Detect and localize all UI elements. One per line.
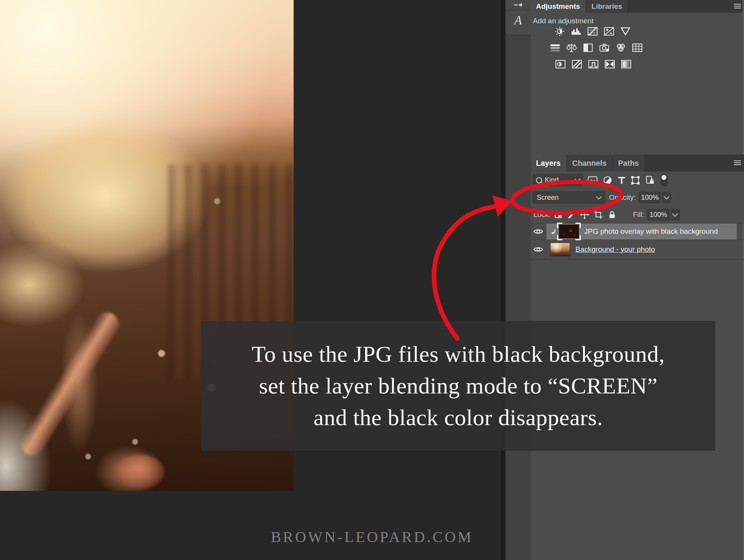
smart-object-filter-icon[interactable]	[645, 176, 655, 185]
layer-thumbnail[interactable]	[550, 243, 570, 256]
selective-color-icon[interactable]	[621, 59, 632, 69]
caption-line-3: and the black color disappears.	[201, 402, 715, 434]
eye-icon	[533, 228, 543, 235]
layer-name[interactable]: JPG photo overlay with black background	[584, 227, 718, 236]
search-icon	[536, 177, 542, 183]
brightness-contrast-icon[interactable]	[554, 26, 565, 36]
tab-paths[interactable]: Paths	[613, 155, 644, 172]
adjustment-icons-row-3	[555, 59, 632, 69]
toggle-knob	[661, 175, 666, 180]
photo-filter-icon[interactable]	[599, 43, 610, 53]
screenshot-stage: A Adjustments Libraries Add an adjustmen…	[0, 0, 744, 560]
chevron-down-icon	[672, 210, 678, 217]
opacity-label: Opacity:	[609, 193, 636, 202]
add-adjustment-heading: Add an adjustment	[533, 17, 593, 25]
layers-tabbar: Layers Channels Paths	[531, 155, 744, 172]
filter-toggle-switch[interactable]	[661, 174, 668, 186]
selection-corner	[575, 223, 581, 228]
layer-row-background[interactable]: Background - your photo	[531, 240, 744, 260]
adjustment-layer-filter-icon[interactable]	[603, 176, 612, 185]
panel-grip-dots	[512, 12, 525, 13]
layer-row-jpg-overlay[interactable]: JPG photo overlay with black background	[531, 223, 744, 240]
lock-all-icon[interactable]	[608, 210, 616, 219]
chevron-down-icon	[596, 193, 602, 199]
curves-icon[interactable]	[587, 26, 598, 36]
caption-line-1: To use the JPG files with black backgrou…	[201, 338, 715, 370]
fill-dropdown-button[interactable]	[671, 209, 680, 220]
gradient-map-icon[interactable]	[604, 59, 615, 69]
chevron-down-icon	[575, 176, 581, 182]
tab-layers[interactable]: Layers	[531, 155, 566, 172]
collapsed-character-panel-button[interactable]: A	[505, 10, 531, 35]
tab-adjustments[interactable]: Adjustments	[531, 0, 585, 13]
opacity-value: 100%	[641, 194, 659, 202]
layers-filter-row: Kind	[531, 172, 744, 189]
lock-row: Lock: Fill: 100%	[531, 206, 744, 223]
layer-filter-kind-dropdown[interactable]: Kind	[533, 174, 583, 186]
shape-layer-filter-icon[interactable]	[631, 176, 640, 185]
opacity-value-field[interactable]: 100%	[639, 192, 661, 203]
caption-line-2: set the layer blending mode to “SCREEN”	[201, 370, 715, 402]
fill-value: 100%	[650, 211, 667, 219]
fill-label: Fill:	[633, 210, 644, 219]
color-balance-icon[interactable]	[566, 43, 577, 53]
invert-icon[interactable]	[555, 59, 566, 69]
photo-arm	[16, 308, 123, 460]
lock-image-pixels-icon[interactable]	[567, 210, 575, 219]
photo-hand	[115, 455, 164, 489]
tab-channels[interactable]: Channels	[567, 155, 612, 172]
exposure-icon[interactable]	[604, 26, 614, 36]
panel-dock: Adjustments Libraries	[531, 0, 744, 560]
lock-artboard-icon[interactable]	[594, 210, 603, 219]
vibrance-icon[interactable]	[620, 26, 631, 36]
workspace-divider	[501, 0, 505, 560]
blend-mode-dropdown[interactable]: Screen	[533, 191, 605, 204]
character-panel-icon: A	[514, 14, 522, 27]
black-white-icon[interactable]	[583, 43, 593, 53]
filter-kind-label: Kind	[545, 176, 559, 184]
fill-value-field[interactable]: 100%	[647, 209, 669, 220]
selection-corner	[557, 223, 562, 228]
hue-saturation-icon[interactable]	[550, 43, 560, 53]
blend-mode-value: Screen	[537, 194, 559, 202]
arrow-curve	[434, 207, 494, 338]
type-layer-filter-icon[interactable]	[617, 176, 626, 185]
layer-thumbnail[interactable]	[559, 225, 579, 238]
layer-name[interactable]: Background - your photo	[575, 245, 655, 254]
site-watermark: BROWN-LEOPARD.COM	[0, 528, 744, 546]
color-lookup-icon[interactable]	[632, 43, 643, 53]
opacity-dropdown-button[interactable]	[662, 192, 671, 203]
clipping-mask-icon	[551, 229, 556, 234]
channel-mixer-icon[interactable]	[616, 43, 626, 53]
visibility-toggle[interactable]	[531, 223, 546, 240]
posterize-icon[interactable]	[572, 59, 582, 69]
collapsed-panel-column: A	[505, 0, 531, 560]
panel-menu-icon[interactable]	[734, 160, 741, 166]
lock-label: Lock:	[533, 210, 551, 219]
visibility-toggle[interactable]	[531, 240, 546, 259]
tutorial-caption-box: To use the JPG files with black backgrou…	[201, 321, 715, 451]
lock-position-icon[interactable]	[580, 210, 589, 219]
lock-transparent-pixels-icon[interactable]	[554, 211, 562, 218]
chevron-down-icon	[664, 193, 670, 199]
pixel-layer-filter-icon[interactable]	[588, 176, 598, 185]
adjustment-icons-row-1	[554, 26, 631, 36]
collapse-panel-button[interactable]	[505, 0, 531, 10]
tab-libraries[interactable]: Libraries	[586, 0, 627, 13]
blend-mode-row: Screen Opacity: 100%	[531, 189, 744, 207]
adjustment-icons-row-2	[550, 43, 643, 53]
collapse-panel-icon	[513, 3, 523, 7]
eye-icon	[533, 246, 543, 252]
threshold-icon[interactable]	[588, 59, 599, 69]
adjustments-tabbar: Adjustments Libraries	[531, 0, 744, 13]
levels-icon[interactable]	[571, 26, 582, 36]
panel-menu-icon[interactable]	[734, 4, 741, 9]
